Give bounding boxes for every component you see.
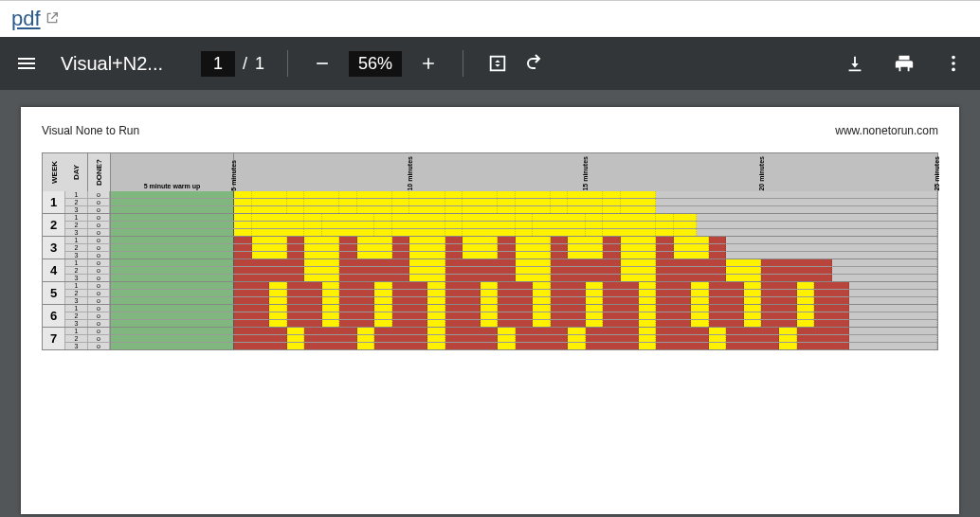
- walk-segment: [516, 259, 551, 266]
- done-cell: o: [88, 252, 110, 258]
- walk-segment: [374, 312, 392, 319]
- run-segment: [234, 244, 252, 251]
- run-segment: [445, 282, 481, 289]
- walk-segment: [779, 343, 797, 349]
- walk-segment: [744, 305, 762, 312]
- walk-segment: [533, 282, 551, 289]
- week-number: 4: [43, 259, 65, 281]
- training-chart: WEEK DAY DONE? 5 minute warm up 5 minute…: [42, 152, 938, 350]
- walk-segment: [304, 191, 339, 198]
- walk-segment: [374, 297, 392, 304]
- run-segment: [761, 297, 796, 304]
- run-segment: [287, 282, 322, 289]
- page-sep: /: [243, 54, 247, 74]
- day-cell: 2: [65, 267, 88, 275]
- walk-segment: [463, 199, 498, 205]
- interval-row: [111, 222, 937, 229]
- walk-segment: [322, 214, 375, 221]
- week-number: 6: [43, 305, 65, 327]
- week-row: 6123ooo: [43, 305, 937, 328]
- fit-page-icon[interactable]: [486, 52, 509, 75]
- empty-segment: [849, 297, 937, 304]
- zoom-out-icon[interactable]: [311, 52, 334, 75]
- run-segment: [551, 259, 621, 266]
- run-segment: [761, 320, 796, 327]
- walk-segment: [568, 191, 603, 198]
- run-segment: [656, 244, 674, 251]
- day-cell: 3: [65, 320, 88, 327]
- day-cell: 3: [65, 252, 88, 258]
- walk-segment: [674, 252, 709, 258]
- run-segment: [551, 267, 621, 274]
- day-cell: 1: [65, 214, 88, 222]
- day-cell: 2: [65, 335, 88, 343]
- run-segment: [498, 237, 516, 243]
- interval-row: [111, 229, 937, 236]
- run-segment: [392, 282, 427, 289]
- zoom-in-icon[interactable]: [417, 52, 440, 75]
- run-segment: [374, 335, 427, 342]
- run-segment: [603, 237, 621, 243]
- walk-segment: [603, 206, 621, 213]
- external-link-icon: [45, 7, 60, 31]
- run-segment: [339, 267, 409, 274]
- walk-segment: [234, 206, 252, 213]
- pdf-link[interactable]: pdf: [11, 7, 60, 31]
- walk-segment: [427, 290, 445, 296]
- week-row: 4123ooo: [43, 259, 937, 282]
- pdf-page-area[interactable]: Visual None to Run www.nonetorun.com WEE…: [0, 90, 980, 517]
- pdf-viewer: Visual+N2... / 1 56%: [0, 37, 980, 517]
- run-segment: [586, 343, 639, 349]
- week-row: 3123ooo: [43, 237, 937, 259]
- run-segment: [814, 297, 849, 304]
- done-cell: o: [88, 237, 110, 244]
- run-segment: [339, 320, 374, 327]
- run-segment: [761, 312, 796, 319]
- walk-segment: [568, 252, 603, 258]
- walk-segment: [516, 229, 534, 236]
- run-segment: [516, 343, 569, 349]
- zoom-level[interactable]: 56%: [349, 51, 402, 77]
- interval-row: [111, 335, 937, 343]
- walk-segment: [304, 222, 322, 228]
- download-icon[interactable]: [844, 52, 866, 75]
- walk-segment: [481, 290, 499, 296]
- walk-segment: [463, 237, 498, 243]
- run-segment: [445, 259, 516, 266]
- run-segment: [656, 252, 674, 258]
- week-row: 2123ooo: [43, 214, 937, 237]
- done-cell: o: [88, 206, 110, 213]
- run-segment: [551, 312, 586, 319]
- page-input[interactable]: [201, 51, 235, 77]
- warmup-segment: [111, 222, 234, 228]
- walk-segment: [498, 335, 516, 342]
- walk-segment: [797, 305, 815, 312]
- run-segment: [445, 320, 481, 327]
- done-cell: o: [88, 328, 110, 335]
- run-segment: [603, 244, 621, 251]
- walk-segment: [691, 312, 709, 319]
- run-segment: [304, 343, 357, 349]
- walk-segment: [797, 312, 815, 319]
- print-icon[interactable]: [893, 52, 916, 75]
- walk-segment: [533, 312, 551, 319]
- walk-segment: [779, 335, 797, 342]
- empty-segment: [726, 237, 937, 243]
- run-segment: [287, 312, 322, 319]
- empty-segment: [832, 267, 937, 274]
- run-segment: [761, 305, 796, 312]
- rotate-icon[interactable]: [524, 52, 547, 75]
- more-icon[interactable]: [942, 52, 965, 75]
- empty-segment: [656, 206, 937, 213]
- warmup-segment: [111, 335, 234, 342]
- week-row: 5123ooo: [43, 282, 937, 305]
- run-segment: [498, 312, 533, 319]
- run-segment: [761, 267, 831, 274]
- week-number: 5: [43, 282, 65, 304]
- walk-segment: [463, 206, 498, 213]
- menu-icon[interactable]: [15, 52, 38, 75]
- run-segment: [374, 343, 427, 349]
- time-tick: 15 minutes: [582, 156, 589, 191]
- empty-segment: [832, 275, 937, 281]
- walk-segment: [304, 252, 339, 258]
